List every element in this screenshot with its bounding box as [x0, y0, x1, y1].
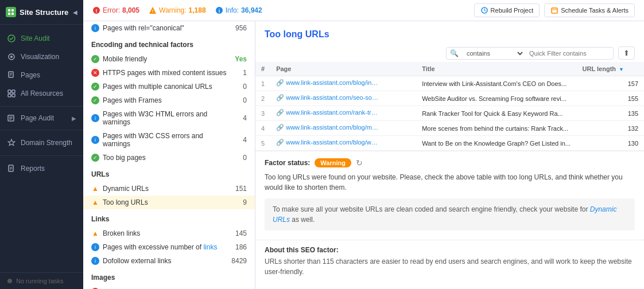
sidebar: Site Structure ◀ Site Audit Visualizatio… [0, 0, 83, 289]
factor-row-broken-links[interactable]: ▲ Broken links 145 [83, 226, 255, 240]
cell-title: Want to Be on the Knowledge Graph? Get L… [416, 136, 576, 151]
sidebar-label-domain-strength: Domain Strength [21, 139, 72, 147]
cell-title: More scenes from behind the curtains: Ra… [416, 121, 576, 136]
about-section: About this SEO factor: URLs shorter than… [255, 240, 644, 283]
cell-url: 🔗 www.link-assistant.com/blog/more-scene… [270, 121, 416, 136]
left-panel: i Pages with rel="canonical" 956 Encodin… [83, 21, 255, 289]
cell-length: 135 [577, 106, 644, 121]
sidebar-label-pages: Pages [21, 71, 40, 79]
about-title: About this SEO factor: [265, 246, 635, 254]
factor-count-excessive: 186 [230, 243, 247, 251]
filter-input-wrap: 🔍 contains does not contain equals [446, 47, 614, 60]
ok-icon-frames: ✓ [91, 96, 99, 104]
sidebar-logo: Site Structure [6, 7, 68, 17]
url-link[interactable]: 🔗 www.link-assistant.com/blog/more-scene… [276, 124, 379, 131]
about-desc: URLs shorter than 115 characters are eas… [265, 256, 635, 277]
factor-row-excessive-links[interactable]: i Pages with excessive number of links 1… [83, 240, 255, 254]
sidebar-item-all-resources[interactable]: All Resources [0, 84, 83, 103]
ok-icon-canonical: ✓ [91, 83, 99, 91]
warning-label: Warning: [159, 6, 187, 14]
col-header-num: # [255, 62, 270, 76]
svg-rect-3 [11, 13, 14, 15]
error-icon-https: ✕ [91, 69, 99, 77]
factor-row-broken-images[interactable]: ✕ Broken images 23 [83, 285, 255, 289]
url-link[interactable]: 🔗 www.link-assistant.com/seo-software/we… [276, 94, 379, 101]
footer-text: No running tasks [16, 278, 64, 284]
section-images-heading: Images [83, 268, 255, 285]
table-row: 1 🔗 www.link-assistant.com/blog/intervie… [255, 76, 644, 91]
cell-num: 4 [255, 121, 270, 136]
sidebar-footer: No running tasks [0, 272, 83, 289]
svg-point-6 [10, 56, 13, 58]
url-link[interactable]: 🔗 www.link-assistant.com/blog/interview-… [276, 79, 379, 87]
reports-icon [7, 164, 16, 173]
factor-count-w3c-html: 4 [230, 114, 247, 122]
factor-count-frames: 0 [230, 96, 247, 104]
info-icon-w3c-css: i [91, 136, 99, 144]
audit-icon [7, 34, 16, 43]
table-row: 2 🔗 www.link-assistant.com/seo-software/… [255, 91, 644, 106]
factor-row-canonical[interactable]: i Pages with rel="canonical" 956 [83, 21, 255, 35]
cell-title: Interview with Link-Assistant.Com's CEO … [416, 76, 576, 91]
cell-length: 157 [577, 76, 644, 91]
factor-row-big-pages[interactable]: ✓ Too big pages 0 [83, 151, 255, 165]
cell-url: 🔗 www.link-assistant.com/seo-software/we… [270, 91, 416, 106]
cell-url: 🔗 www.link-assistant.com/blog/interview-… [270, 76, 416, 91]
warn-icon-broken-links: ▲ [91, 229, 99, 237]
url-link[interactable]: 🔗 www.link-assistant.com/blog/want-more-… [276, 139, 379, 146]
sidebar-title: Site Structure [20, 8, 68, 17]
url-link[interactable]: 🔗 www.link-assistant.com/rank-tracker/?u… [276, 109, 379, 116]
cell-length: 155 [577, 91, 644, 106]
cell-length: 132 [577, 121, 644, 136]
factor-row-canonical-multi[interactable]: ✓ Pages with multiple canonical URLs 0 [83, 80, 255, 93]
filter-input[interactable] [525, 48, 613, 58]
cell-length: 130 [577, 136, 644, 151]
cell-title: Rank Tracker Tool for Quick & Easy Keywo… [416, 106, 576, 121]
col-header-length: URL length ▼ [577, 62, 644, 76]
filter-select[interactable]: contains does not contain equals [462, 48, 525, 59]
factor-row-w3c-css[interactable]: i Pages with W3C CSS errors and warnings… [83, 129, 255, 151]
logo-icon [6, 7, 16, 17]
svg-point-14 [7, 279, 12, 283]
factor-row-mobile-friendly[interactable]: ✓ Mobile friendly Yes [83, 52, 255, 66]
error-label: Error: [103, 6, 120, 14]
sidebar-item-domain-strength[interactable]: Domain Strength [0, 134, 83, 152]
factor-row-long-urls[interactable]: ▲ Too long URLs 9 [83, 196, 255, 209]
pages-icon [7, 71, 16, 80]
factor-count-big-pages: 0 [230, 154, 247, 162]
svg-rect-0 [8, 9, 10, 11]
tip-link[interactable]: Dynamic URLs [273, 205, 616, 224]
factor-row-dofollow[interactable]: i Dofollow external links 8429 [83, 254, 255, 268]
sidebar-item-page-audit[interactable]: Page Audit ▶ [0, 110, 83, 126]
cell-num: 1 [255, 76, 270, 91]
factor-row-w3c-html[interactable]: i Pages with W3C HTML errors and warning… [83, 107, 255, 129]
resources-icon [7, 89, 16, 98]
factor-count-mobile: Yes [230, 55, 247, 63]
rebuild-btn-label: Rebuild Project [491, 7, 534, 14]
sidebar-item-reports[interactable]: Reports [0, 159, 83, 178]
sidebar-item-pages[interactable]: Pages [0, 66, 83, 84]
right-panel: Too long URLs 🔍 contains does not contai… [255, 21, 644, 289]
refresh-icon[interactable]: ↻ [356, 158, 363, 167]
factor-count-w3c-css: 4 [230, 136, 247, 144]
table-row: 3 🔗 www.link-assistant.com/rank-tracker/… [255, 106, 644, 121]
factor-status-section: Factor status: Warning ↻ Too long URLs w… [255, 151, 644, 240]
factor-row-frames[interactable]: ✓ Pages with Frames 0 [83, 93, 255, 107]
info-icon-w3c-html: i [91, 114, 99, 122]
sidebar-label-visualization: Visualization [21, 53, 59, 61]
page-audit-icon [7, 114, 16, 123]
factor-status-badge: Warning [315, 158, 351, 167]
factor-row-dynamic-urls[interactable]: ▲ Dynamic URLs 151 [83, 182, 255, 196]
svg-text:!: ! [96, 8, 98, 14]
schedule-tasks-btn[interactable]: Schedule Tasks & Alerts [544, 3, 635, 17]
sidebar-item-site-audit[interactable]: Site Audit [0, 29, 83, 48]
rebuild-project-btn[interactable]: Rebuild Project [474, 3, 540, 17]
page-audit-chevron: ▶ [72, 115, 76, 122]
factor-row-https-mixed[interactable]: ✕ HTTPS pages with mixed content issues … [83, 66, 255, 80]
factor-count-long-urls: 9 [230, 198, 247, 206]
export-btn[interactable]: ⬆ [618, 46, 635, 60]
cell-url: 🔗 www.link-assistant.com/rank-tracker/?u… [270, 106, 416, 121]
sidebar-collapse-btn[interactable]: ◀ [73, 9, 77, 15]
sidebar-item-visualization[interactable]: Visualization [0, 48, 83, 66]
domain-strength-icon [7, 138, 16, 147]
